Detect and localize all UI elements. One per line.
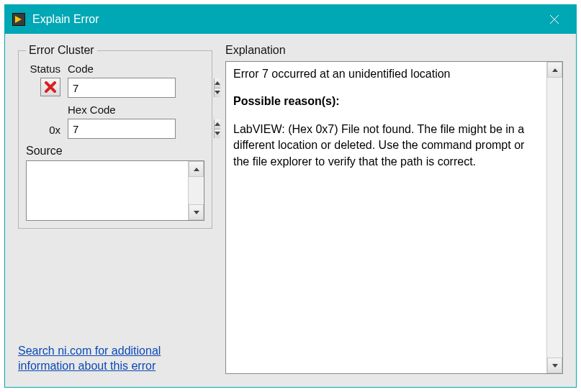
code-numeric (68, 78, 176, 98)
source-textarea[interactable] (27, 161, 188, 220)
left-panel: Error Cluster Status Code (18, 44, 212, 374)
explanation-scroll-track[interactable] (547, 78, 562, 357)
hex-code-input[interactable] (68, 119, 214, 138)
error-cluster-legend: Error Cluster (26, 44, 97, 57)
explanation-body: LabVIEW: (Hex 0x7) File not found. The f… (233, 122, 539, 170)
source-box (26, 160, 204, 221)
status-label: Status (30, 63, 60, 75)
titlebar: Explain Error (5, 5, 576, 34)
right-panel: Explanation Error 7 occurred at an unide… (225, 44, 563, 374)
chevron-down-icon (552, 364, 558, 368)
chevron-down-icon (215, 91, 220, 94)
hex-prefix-label: 0x (26, 124, 60, 139)
source-label: Source (26, 145, 204, 158)
source-scrollbar (188, 161, 204, 220)
explanation-reasons-heading: Possible reason(s): (233, 94, 539, 109)
labview-app-icon (12, 13, 25, 26)
chevron-down-icon (194, 211, 199, 214)
hex-code-label: Hex Code (68, 104, 204, 116)
hex-spin-down[interactable] (215, 129, 220, 139)
explanation-label: Explanation (225, 44, 563, 57)
source-scroll-track[interactable] (189, 177, 204, 204)
help-link-container: Search ni.com for additional information… (18, 336, 212, 374)
status-indicator[interactable] (40, 78, 60, 96)
error-cluster-group: Error Cluster Status Code (18, 44, 212, 229)
content-area: Error Cluster Status Code (5, 34, 576, 387)
close-button[interactable] (540, 5, 569, 34)
source-scroll-up[interactable] (189, 161, 204, 177)
error-x-icon (45, 81, 56, 93)
source-scroll-down[interactable] (189, 204, 204, 220)
window-title: Explain Error (32, 13, 540, 26)
explanation-scroll-up[interactable] (547, 62, 562, 78)
chevron-up-icon (552, 68, 558, 72)
explanation-box: Error 7 occurred at an unidentified loca… (225, 61, 563, 374)
code-spin-down[interactable] (215, 88, 220, 98)
search-ni-link[interactable]: Search ni.com for additional information… (18, 343, 212, 374)
explanation-error-line: Error 7 occurred at an unidentified loca… (233, 66, 539, 82)
code-spin-up[interactable] (215, 78, 220, 88)
chevron-up-icon (215, 81, 220, 85)
chevron-up-icon (194, 168, 199, 171)
explanation-scrollbar (546, 62, 562, 373)
close-icon (549, 14, 559, 24)
hex-code-numeric (68, 119, 176, 139)
explain-error-window: Explain Error Error Cluster Status (4, 4, 577, 388)
chevron-up-icon (215, 122, 220, 126)
explanation-scroll-down[interactable] (547, 357, 562, 373)
chevron-down-icon (215, 132, 220, 135)
code-input[interactable] (68, 78, 214, 97)
explanation-text: Error 7 occurred at an unidentified loca… (226, 62, 546, 373)
code-label: Code (68, 63, 204, 75)
hex-spin-up[interactable] (215, 119, 220, 129)
